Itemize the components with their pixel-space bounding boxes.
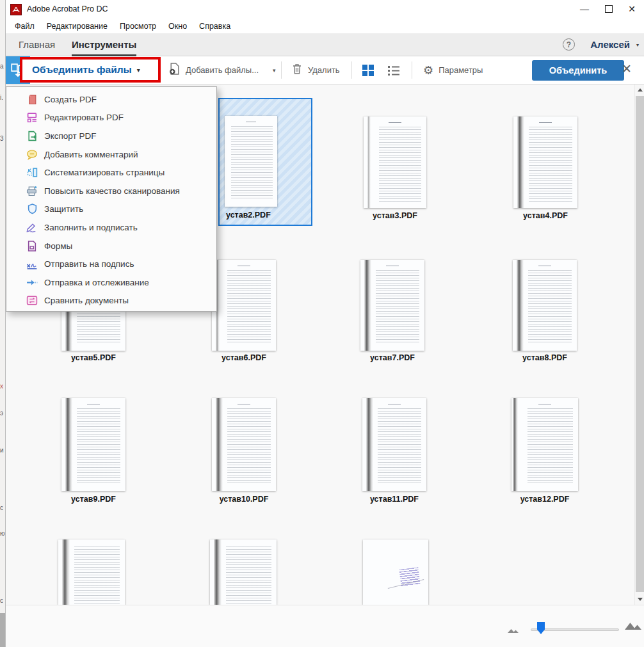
list-view-icon[interactable]	[387, 64, 400, 77]
sliver-text-fragment: а	[0, 63, 4, 70]
file-tile-partial[interactable]	[363, 539, 428, 605]
file-thumbnail	[58, 539, 125, 605]
menu-edit[interactable]: Редактирование	[47, 22, 108, 31]
chevron-down-icon: ▾	[636, 42, 639, 48]
menu-item-enhance-scans[interactable]: Повысить качество сканирования	[6, 182, 216, 200]
combine-files-dropdown[interactable]: Объединить файлы	[22, 64, 132, 76]
create-pdf-icon	[26, 93, 38, 105]
add-files-dropdown[interactable]: Добавить файлы... ▾	[168, 56, 276, 84]
file-tile[interactable]	[212, 260, 276, 351]
file-thumbnail	[513, 260, 577, 351]
help-icon[interactable]: ?	[563, 38, 575, 51]
file-thumbnail	[210, 539, 277, 605]
menu-item-fill-sign[interactable]: Заполнить и подписать	[6, 218, 216, 237]
delete-label: Удалить	[308, 65, 340, 75]
file-label: устав8.PDF	[504, 353, 586, 362]
trash-icon	[291, 63, 303, 77]
file-thumbnail	[212, 260, 276, 351]
toolbar-separator	[412, 61, 412, 79]
close-tool-icon[interactable]: ✕	[622, 61, 632, 76]
options-button[interactable]: ⚙ Параметры	[423, 56, 483, 84]
menu-item-create-pdf[interactable]: Создать PDF	[6, 90, 216, 109]
add-file-icon	[168, 63, 181, 77]
menu-item-send-track[interactable]: Отправка и отслеживание	[6, 273, 216, 292]
file-tile-partial[interactable]	[210, 539, 277, 605]
screen: а і. 3 х э и с ю с Adobe Acrobat Pro DC …	[0, 0, 644, 647]
file-label: устав3.PDF	[355, 211, 435, 220]
file-tile[interactable]	[212, 398, 276, 491]
add-files-label: Добавить файлы...	[186, 65, 259, 75]
menu-file[interactable]: Файл	[15, 22, 35, 31]
menu-item-compare-docs[interactable]: Сравнить документы	[6, 292, 216, 310]
file-tile[interactable]	[513, 116, 577, 208]
file-label: устав7.PDF	[351, 353, 433, 362]
menu-item-export-pdf[interactable]: Экспорт PDF	[6, 127, 216, 145]
toolbar-separator	[281, 61, 282, 79]
menu-item-add-comment[interactable]: Добавить комментарий	[6, 145, 216, 164]
files-grid: устав2.PDF устав3.PDF устав4.PDF устав5.…	[6, 84, 644, 605]
combine-button[interactable]: Объединить	[532, 60, 624, 81]
grid-view-icon[interactable]	[362, 64, 374, 77]
file-tile[interactable]	[511, 398, 578, 491]
menu-window[interactable]: Окно	[168, 22, 187, 31]
menu-bar: Файл Редактирование Просмотр Окно Справк…	[6, 19, 644, 33]
tab-tools[interactable]: Инструменты	[72, 33, 136, 56]
scroll-down-arrow[interactable]	[635, 594, 644, 605]
menu-item-protect[interactable]: Защитить	[6, 200, 216, 219]
combine-toolbar: Объединить файлы ▾ Добавить файлы... ▾	[6, 56, 644, 84]
menu-item-organize-pages[interactable]: Систематизировать страницы	[6, 163, 216, 182]
fill-sign-pen-icon	[26, 221, 38, 233]
file-thumbnail-stamped	[363, 539, 428, 605]
menu-view[interactable]: Просмотр	[120, 22, 156, 31]
enhance-scans-icon	[26, 185, 38, 196]
protect-shield-icon	[26, 204, 38, 215]
menu-help[interactable]: Справка	[199, 22, 230, 31]
sliver-text-fragment: и	[0, 447, 4, 454]
nav-tab-bar: Главная Инструменты ? Алексей ▾	[6, 33, 644, 56]
file-thumbnail	[513, 116, 577, 208]
file-label: устав11.PDF	[353, 495, 435, 504]
file-tile[interactable]	[61, 398, 125, 491]
window-title: Adobe Acrobat Pro DC	[27, 4, 108, 13]
file-thumbnail	[61, 398, 125, 491]
user-menu[interactable]: Алексей	[590, 33, 630, 56]
small-thumbnails-icon[interactable]	[507, 625, 520, 636]
zoom-slider-handle[interactable]	[537, 622, 545, 634]
sliver-text-fragment: х	[0, 383, 3, 390]
vertical-scrollbar[interactable]	[634, 84, 644, 605]
organize-pages-icon	[26, 167, 38, 179]
file-tile-selected[interactable]: устав2.PDF	[218, 98, 312, 226]
maximize-button[interactable]	[598, 0, 620, 18]
menu-item-edit-pdf[interactable]: Редактировать PDF	[6, 109, 216, 127]
sliver-text-fragment: с	[0, 597, 3, 604]
sliver-gray-block	[0, 613, 5, 647]
large-thumbnails-icon[interactable]	[624, 621, 642, 633]
file-thumbnail	[364, 116, 426, 208]
gear-icon: ⚙	[423, 65, 433, 76]
toolbar-separator	[351, 61, 352, 79]
sliver-text-fragment: 3	[0, 135, 4, 142]
export-pdf-icon	[26, 130, 38, 141]
file-tile[interactable]	[362, 398, 426, 491]
acrobat-logo-icon	[10, 4, 22, 15]
blue-stamp	[399, 567, 420, 586]
annotation-red-box: Объединить файлы ▾	[20, 57, 161, 83]
scrollbar-thumb[interactable]	[636, 96, 644, 592]
delete-button[interactable]: Удалить	[291, 56, 340, 84]
menu-item-send-for-signature[interactable]: Отправить на подпись	[6, 255, 216, 273]
chevron-down-icon: ▾	[137, 67, 140, 74]
file-label: устав5.PDF	[52, 353, 134, 362]
tab-home[interactable]: Главная	[19, 33, 55, 56]
menu-item-forms[interactable]: Формы	[6, 237, 216, 255]
minimize-button[interactable]: —	[574, 0, 595, 18]
scroll-up-arrow[interactable]	[635, 84, 644, 95]
file-tile[interactable]	[360, 260, 424, 351]
file-label: устав12.PDF	[504, 495, 586, 504]
sliver-text-fragment: э	[0, 410, 3, 417]
file-tile-partial[interactable]	[58, 539, 125, 605]
close-window-button[interactable]: ✕	[621, 0, 643, 18]
file-tile[interactable]	[513, 260, 577, 351]
sliver-text-fragment: ю	[0, 530, 5, 537]
file-thumbnail	[511, 398, 578, 491]
file-tile[interactable]	[364, 116, 426, 208]
